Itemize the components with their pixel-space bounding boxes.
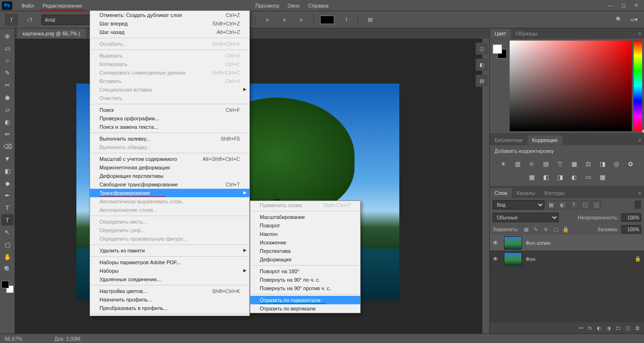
menu-entry[interactable]: Удалить из памяти▶ <box>90 246 249 255</box>
tool-lasso[interactable]: ○ <box>1 55 14 66</box>
fx-icon[interactable]: fx <box>588 325 592 331</box>
adj-curves-icon[interactable]: ⎋ <box>526 159 537 169</box>
adj-vibrance-icon[interactable]: ▽ <box>554 159 566 169</box>
menu-entry[interactable]: Свободное трансформированиеCtrl+T <box>90 180 249 189</box>
menu-entry[interactable]: Поворот на 180° <box>250 267 360 276</box>
menu-entry[interactable]: Наклон <box>250 230 360 238</box>
orientation-toggle[interactable]: ↕T <box>25 15 35 25</box>
menu-entry[interactable]: Удаленные соединения... <box>90 275 249 284</box>
tool-preset[interactable]: T <box>5 14 18 26</box>
menu-entry[interactable]: Масштабирование <box>250 213 360 221</box>
filter-shape-icon[interactable]: ▢ <box>580 200 590 209</box>
adj-selcolor-icon[interactable]: ▦ <box>597 172 608 182</box>
link-layers-icon[interactable]: ⚯ <box>579 325 583 331</box>
align-left-icon[interactable]: ≡ <box>262 15 272 25</box>
new-layer-icon[interactable]: ◫ <box>626 325 630 331</box>
menu-edit[interactable]: Редактирование <box>38 1 86 10</box>
group-icon[interactable]: 🗀 <box>616 325 621 331</box>
menu-entry[interactable]: Трансформирование▶ <box>90 189 249 197</box>
minimize-icon[interactable]: — <box>608 2 613 8</box>
tool-shape[interactable]: ▢ <box>1 239 14 250</box>
menu-entry[interactable]: Поиск и замена текста... <box>90 123 249 131</box>
menu-entry[interactable]: Поворот <box>250 221 360 230</box>
adj-exposure-icon[interactable]: ▤ <box>540 159 552 169</box>
hue-slider[interactable] <box>634 41 642 131</box>
tool-marquee[interactable]: ▭ <box>1 42 14 54</box>
tool-stamp[interactable]: ✏ <box>1 128 14 140</box>
tab-paths[interactable]: Контуры <box>540 188 570 198</box>
char-panel-icon[interactable]: ▤ <box>476 75 488 87</box>
menu-entry[interactable]: Проверка орфографии... <box>90 114 249 123</box>
tool-brush[interactable]: ◐ <box>1 116 14 127</box>
filter-pixel-icon[interactable]: ▦ <box>546 200 556 209</box>
fill-input[interactable] <box>621 225 641 234</box>
menu-entry[interactable]: Выполнить заливку...Shift+F5 <box>90 134 249 143</box>
picker-swatches[interactable] <box>493 44 507 59</box>
tool-hand[interactable]: ✋ <box>1 251 14 262</box>
search-icon[interactable]: 🔍 <box>614 15 624 25</box>
layer-thumbnail[interactable] <box>504 252 522 266</box>
adj-lookup-icon[interactable]: ▦ <box>526 172 537 182</box>
tab-channels[interactable]: Каналы <box>512 188 540 198</box>
tab-color[interactable]: Цвет <box>490 29 511 38</box>
menu-entry[interactable]: Деформация <box>250 255 360 264</box>
tool-pen[interactable]: T <box>1 202 14 213</box>
delete-layer-icon[interactable]: 🗑 <box>635 325 640 331</box>
zoom-level[interactable]: 66,67% <box>5 336 22 342</box>
adj-invert-icon[interactable]: ◧ <box>540 172 552 182</box>
tool-history-brush[interactable]: ⌫ <box>1 141 14 152</box>
visibility-icon[interactable]: 👁 <box>493 256 500 262</box>
tab-adjustments[interactable]: Коррекция <box>528 135 562 145</box>
adj-hue-icon[interactable]: ▦ <box>569 159 580 169</box>
fg-color-swatch[interactable] <box>1 281 9 288</box>
tab-layers[interactable]: Слои <box>490 188 512 198</box>
lock-position-icon[interactable]: ✢ <box>542 225 550 234</box>
filter-type-icon[interactable]: T <box>569 200 578 209</box>
menu-entry[interactable]: ПоискCtrl+F <box>90 106 249 114</box>
filter-smart-icon[interactable]: ◫ <box>592 200 601 209</box>
tool-path[interactable]: ↖ <box>1 226 14 238</box>
tool-dodge[interactable]: ✒ <box>1 190 14 201</box>
align-center-icon[interactable]: ≡ <box>279 15 289 25</box>
layer-row[interactable]: 👁 Фон 🔒 <box>490 251 644 267</box>
menu-entry[interactable]: Шаг назадAlt+Ctrl+Z <box>90 28 249 36</box>
menu-window[interactable]: Окно <box>283 1 304 10</box>
lock-transparent-icon[interactable]: ▦ <box>522 225 530 234</box>
menu-entry[interactable]: Шаг впередShift+Ctrl+Z <box>90 19 249 28</box>
menu-help[interactable]: Справка <box>304 1 333 10</box>
menu-entry[interactable]: Повернуть на 90° по ч. с. <box>250 276 360 284</box>
menu-entry[interactable]: Отразить по горизонтали <box>250 296 360 304</box>
adj-brightness-icon[interactable]: ☀ <box>498 159 509 169</box>
text-color-swatch[interactable] <box>320 16 334 24</box>
visibility-icon[interactable]: 👁 <box>493 240 500 246</box>
menu-entry[interactable]: Масштаб с учетом содержимогоAlt+Shift+Ct… <box>90 155 249 163</box>
color-swatches[interactable] <box>1 281 14 293</box>
maximize-icon[interactable]: ◻ <box>621 2 626 8</box>
menu-entry[interactable]: Искажение <box>250 238 360 247</box>
adj-chanmix-icon[interactable]: ✿ <box>625 159 636 169</box>
panel-menu-icon[interactable]: ≡ <box>638 31 644 36</box>
tool-crop[interactable]: ✂ <box>1 79 14 91</box>
menu-entry[interactable]: Назначить профиль... <box>90 295 249 304</box>
menu-entry[interactable]: Деформация перспективы <box>90 172 249 180</box>
filter-toggle[interactable] <box>635 201 641 209</box>
tool-eyedropper[interactable]: ◉ <box>1 92 14 103</box>
menu-entry[interactable]: Отразить по вертикали <box>250 304 360 313</box>
opacity-input[interactable] <box>621 213 641 222</box>
close-icon[interactable]: ✕ <box>634 2 638 8</box>
tool-quickselect[interactable]: ✎ <box>1 67 14 78</box>
adj-poster-icon[interactable]: ◨ <box>554 172 566 182</box>
tool-eraser[interactable]: ▼ <box>1 153 14 164</box>
tool-type[interactable]: T <box>1 214 14 226</box>
tool-zoom[interactable]: 🔍 <box>1 263 14 275</box>
tab-swatches[interactable]: Образцы <box>511 29 542 38</box>
menu-entry[interactable]: Отменить: Создать дубликат слояCtrl+Z <box>90 11 249 19</box>
layer-thumbnail[interactable] <box>504 236 522 250</box>
panel-menu-icon[interactable]: ≡ <box>638 190 644 196</box>
lock-pixels-icon[interactable]: ✎ <box>532 225 540 234</box>
adj-bw-icon[interactable]: ◨ <box>597 159 608 169</box>
tool-healing[interactable]: ▱ <box>1 104 14 115</box>
menu-entry[interactable]: Наборы▶ <box>90 267 249 275</box>
layer-name[interactable]: Фон копия <box>526 240 551 246</box>
lock-artboard-icon[interactable]: ▢ <box>552 225 560 234</box>
